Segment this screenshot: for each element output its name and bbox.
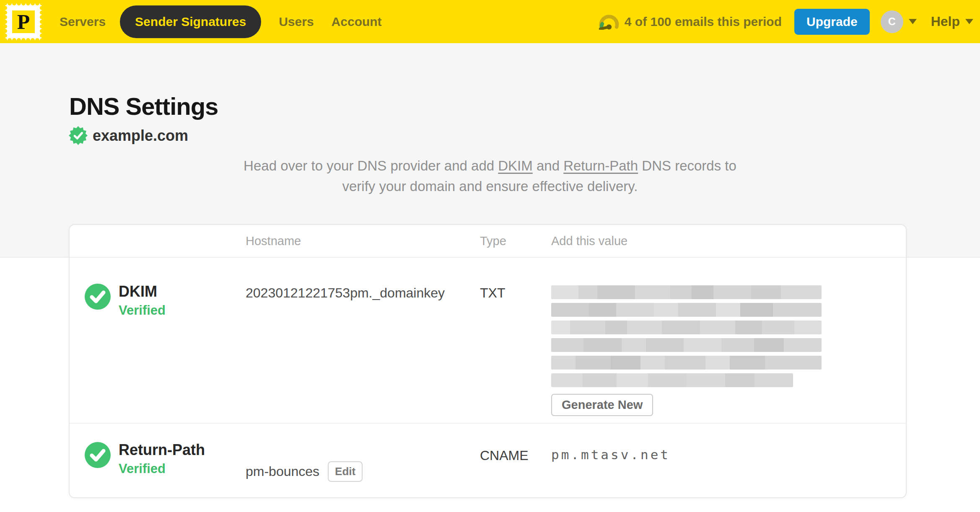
stamp-icon: P (5, 3, 42, 40)
chevron-down-icon (965, 19, 973, 24)
dkim-type: TXT (480, 284, 551, 423)
check-circle-icon (85, 442, 111, 468)
column-header-type: Type (480, 234, 551, 248)
dns-settings-page: DNS Settings example.com Head over to yo… (0, 43, 980, 512)
logo-letter: P (17, 10, 30, 34)
record-name: Return-Path (119, 442, 205, 458)
avatar: C (881, 10, 903, 33)
redacted-bar (551, 373, 793, 387)
intro-text: Head over to your DNS provider and add D… (0, 155, 980, 197)
record-name: DKIM (119, 284, 166, 300)
verified-seal-icon (69, 126, 88, 145)
nav-item-servers[interactable]: Servers (60, 15, 106, 29)
usage-counter: 4 of 100 emails this period (625, 15, 782, 29)
help-menu[interactable]: Help (931, 14, 973, 29)
generate-new-button[interactable]: Generate New (551, 394, 653, 416)
intro-between: and (533, 158, 563, 173)
return-path-type: CNAME (480, 442, 551, 496)
column-header-hostname: Hostname (246, 234, 480, 248)
domain-name: example.com (93, 127, 188, 145)
table-row-dkim: DKIM Verified 20230121221753pm._domainke… (70, 258, 906, 424)
dkim-hostname: 20230121221753pm._domainkey (246, 284, 480, 423)
primary-nav: Servers Sender Signatures Users Account (42, 5, 382, 38)
intro-tail-1: DNS records to (638, 158, 736, 173)
check-circle-icon (85, 284, 111, 310)
column-header-value: Add this value (551, 234, 906, 248)
usage-gauge-icon (599, 14, 620, 30)
status-badge: Verified (119, 303, 166, 318)
intro-lead: Head over to your DNS provider and add (244, 158, 498, 173)
navbar-right: 4 of 100 emails this period Upgrade C He… (599, 9, 973, 35)
help-label: Help (931, 14, 960, 29)
status-badge: Verified (119, 461, 205, 476)
return-path-status-cell: Return-Path Verified (70, 442, 246, 496)
return-path-link[interactable]: Return-Path (563, 158, 638, 173)
postmark-logo[interactable]: P (5, 3, 42, 40)
dkim-link[interactable]: DKIM (498, 158, 533, 173)
table-header-row: Hostname Type Add this value (70, 225, 906, 258)
nav-item-account[interactable]: Account (332, 15, 382, 29)
dkim-value-redacted (551, 285, 822, 387)
upgrade-button[interactable]: Upgrade (794, 9, 870, 35)
return-path-hostname-cell: pm-bounces Edit (246, 442, 480, 496)
dns-records-card: Hostname Type Add this value DKIM Verifi… (69, 224, 907, 498)
return-path-hostname: pm-bounces (246, 464, 319, 479)
edit-button[interactable]: Edit (328, 461, 363, 482)
domain-row: example.com (69, 126, 188, 145)
account-menu[interactable]: C (881, 10, 917, 33)
page-title: DNS Settings (69, 92, 218, 120)
dkim-value-cell: Generate New (551, 284, 906, 423)
redacted-bar (551, 356, 822, 370)
top-navbar: P Servers Sender Signatures Users Accoun… (0, 0, 980, 43)
intro-tail-2: verify your domain and ensure effective … (342, 178, 638, 194)
redacted-bar (551, 303, 822, 317)
nav-item-sender-signatures[interactable]: Sender Signatures (120, 5, 261, 38)
redacted-bar (551, 285, 822, 299)
redacted-bar (551, 338, 822, 352)
chevron-down-icon (909, 19, 917, 24)
redacted-bar (551, 321, 822, 334)
table-row-return-path: Return-Path Verified pm-bounces Edit CNA… (70, 424, 906, 496)
return-path-value: pm.mtasv.net (551, 442, 906, 496)
dkim-status-cell: DKIM Verified (70, 284, 246, 423)
nav-item-users[interactable]: Users (279, 15, 314, 29)
